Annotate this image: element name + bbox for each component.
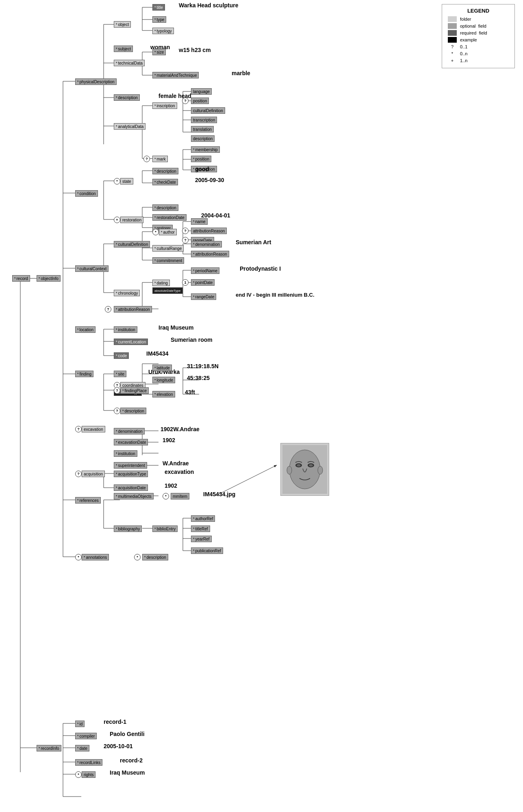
- recordinfo-box[interactable]: *recordInfo: [37, 745, 61, 751]
- insc-language-node[interactable]: language: [191, 88, 212, 95]
- coord-lat-box[interactable]: *latitude: [152, 365, 172, 371]
- coord-lon-node[interactable]: *longitude: [152, 377, 175, 383]
- dating-type-box[interactable]: absoluteDateType: [152, 287, 183, 294]
- materialandtechnique-node[interactable]: *materialAndTechnique: [152, 72, 199, 78]
- biblio-year-node[interactable]: *yearRef: [191, 536, 212, 542]
- description-phys-node[interactable]: *description: [114, 94, 140, 101]
- cultrange-attrib-box[interactable]: *attributionReason: [191, 251, 229, 257]
- code-box[interactable]: *code: [114, 352, 129, 359]
- ri-id-box[interactable]: *id: [75, 721, 85, 727]
- coord-lon-box[interactable]: *longitude: [152, 377, 175, 383]
- author-box[interactable]: *author: [159, 229, 177, 235]
- insc-position-node[interactable]: position: [191, 98, 209, 104]
- excav-date-box[interactable]: *excavationDate: [114, 439, 148, 445]
- insc-translation-box[interactable]: translation: [191, 126, 214, 132]
- annot-desc-box[interactable]: *description: [142, 554, 168, 560]
- title-box[interactable]: *title: [152, 4, 165, 11]
- insc-description-node[interactable]: description: [191, 135, 215, 142]
- object-node[interactable]: *object: [114, 21, 131, 28]
- dating-period-node[interactable]: *periodName: [191, 267, 219, 274]
- committment-node[interactable]: *commitmment: [152, 257, 184, 264]
- coord-elev-box[interactable]: *elevation: [152, 391, 175, 397]
- description-phys-box[interactable]: *description: [114, 94, 140, 101]
- biblio-author-node[interactable]: *authorRef: [191, 515, 215, 522]
- ri-links-node[interactable]: *recordLinks: [75, 759, 102, 766]
- technicaldata-box[interactable]: *technicalData: [114, 60, 145, 66]
- restoration-node[interactable]: + restoration: [114, 217, 143, 223]
- acq-type-box[interactable]: *acquisitionType: [114, 471, 148, 477]
- currentlocation-node[interactable]: *currentLocation: [114, 339, 148, 345]
- title-node[interactable]: *title: [152, 4, 165, 11]
- excav-denom-node[interactable]: *denomination: [114, 428, 145, 434]
- rest-date-node[interactable]: *restorationDate: [152, 214, 187, 221]
- dating-box[interactable]: *dating: [152, 280, 170, 286]
- culturalcontext-node[interactable]: *culturalContext: [75, 265, 109, 272]
- site-node[interactable]: *site: [114, 371, 126, 377]
- references-node[interactable]: *references: [75, 497, 101, 504]
- excav-date-node[interactable]: *excavationDate: [114, 439, 148, 445]
- type-node[interactable]: *type: [152, 16, 166, 23]
- dating-period-box[interactable]: *periodName: [191, 267, 219, 274]
- committment-box[interactable]: *commitmment: [152, 257, 184, 264]
- chron-attrib-node[interactable]: *attributionReason: [114, 306, 152, 313]
- excav-super-box[interactable]: *superintendent: [114, 462, 147, 469]
- chronology-box[interactable]: *chronology: [114, 290, 140, 296]
- institution-node[interactable]: *institution: [114, 326, 137, 333]
- cultrange-denom-node[interactable]: *denomination: [191, 241, 222, 248]
- chronology-node[interactable]: *chronology: [114, 290, 140, 296]
- mark-box[interactable]: *mark: [152, 156, 168, 162]
- dating-range-node[interactable]: *rangeDate: [191, 293, 216, 300]
- record-node[interactable]: *record: [12, 275, 30, 282]
- institution-box[interactable]: *institution: [114, 326, 137, 333]
- dating-point-node[interactable]: *pointDate: [191, 279, 215, 286]
- multimedia-node[interactable]: *multimediaObjects: [114, 493, 154, 499]
- annotations-box[interactable]: *annotations: [82, 554, 109, 560]
- ri-date-box[interactable]: *date: [75, 745, 89, 751]
- state-checkdate-box[interactable]: *checkDate: [152, 179, 178, 185]
- rest-desc-box[interactable]: *description: [152, 204, 178, 211]
- author-attrib-box[interactable]: attributionReason: [191, 228, 227, 234]
- mmitem-box[interactable]: mmItem: [171, 493, 189, 499]
- mark-membership-box[interactable]: *membership: [191, 146, 220, 153]
- rest-desc-node[interactable]: *description: [152, 204, 178, 211]
- rest-date-box[interactable]: *restorationDate: [152, 214, 187, 221]
- mark-membership-node[interactable]: *membership: [191, 146, 220, 153]
- state-desc-node[interactable]: *description: [152, 168, 178, 174]
- excav-super-node[interactable]: *superintendent: [114, 462, 147, 469]
- culturalrange-node[interactable]: *culturalRange: [152, 245, 184, 252]
- acq-type-node[interactable]: *acquisitionType: [114, 471, 148, 477]
- dating-range-box[interactable]: *rangeDate: [191, 293, 216, 300]
- dating-point-box[interactable]: *pointDate: [191, 279, 215, 286]
- dating-type-node[interactable]: absoluteDateType: [152, 287, 183, 294]
- acquisition-box[interactable]: acquisition: [82, 471, 105, 477]
- bibliography-box[interactable]: *bibliography: [114, 525, 142, 532]
- insc-cultdef-node[interactable]: culturalDefinition: [191, 107, 225, 114]
- insc-cultdef-box[interactable]: culturalDefinition: [191, 107, 225, 114]
- culturalrange-box[interactable]: *culturalRange: [152, 245, 184, 252]
- inscription-box[interactable]: *inscription: [152, 102, 177, 109]
- subject-node[interactable]: *subject: [114, 46, 133, 52]
- analyticaldata-box[interactable]: *analyticalData: [114, 123, 145, 130]
- objectinfo-box[interactable]: *objectInfo: [37, 275, 61, 282]
- ri-compiler-node[interactable]: *compiler: [75, 733, 97, 739]
- cultrange-denom-box[interactable]: *denomination: [191, 241, 222, 248]
- ri-links-box[interactable]: *recordLinks: [75, 759, 102, 766]
- condition-box[interactable]: *condition: [75, 190, 98, 197]
- location-node[interactable]: *location: [75, 326, 95, 333]
- insc-translation-node[interactable]: translation: [191, 126, 214, 132]
- excav-inst-node[interactable]: *institution: [114, 450, 137, 457]
- coord-elev-node[interactable]: *elevation: [152, 391, 175, 397]
- recordinfo-node[interactable]: *recordInfo: [37, 745, 61, 751]
- state-node[interactable]: * state: [114, 178, 133, 185]
- biblio-title-box[interactable]: *titleRef: [191, 525, 210, 532]
- author-node[interactable]: * *author: [152, 229, 177, 235]
- excavation-parent-box[interactable]: excavation: [82, 426, 105, 432]
- typology-box[interactable]: *typology: [152, 28, 174, 34]
- currentlocation-box[interactable]: *currentLocation: [114, 339, 148, 345]
- insc-transcription-box[interactable]: transcription: [191, 117, 217, 123]
- state-box[interactable]: state: [120, 178, 133, 185]
- state-desc-box[interactable]: *description: [152, 168, 178, 174]
- insc-description-box[interactable]: description: [191, 135, 215, 142]
- excavation-parent-node[interactable]: ? excavation: [75, 426, 105, 432]
- biblio-pub-node[interactable]: *publicationRef: [191, 547, 223, 554]
